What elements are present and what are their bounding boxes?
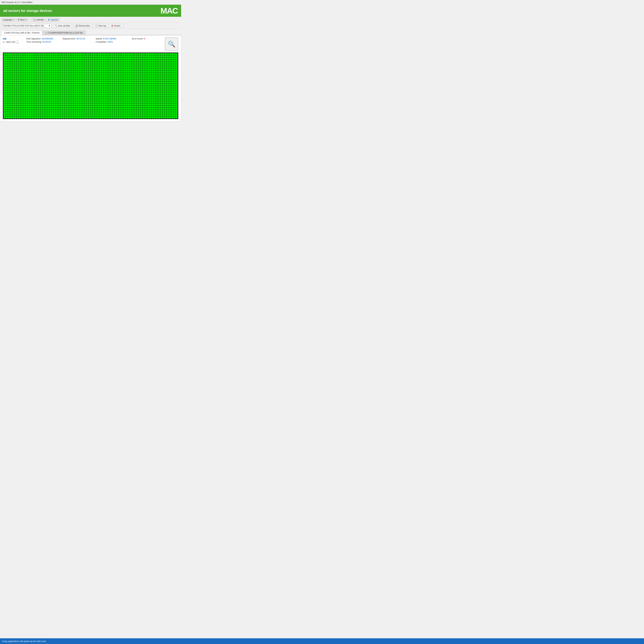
sector-cell — [121, 62, 123, 64]
sector-cell — [4, 68, 6, 70]
sector-cell — [123, 86, 125, 88]
sector-cell — [130, 114, 132, 116]
sector-cell — [158, 77, 160, 79]
magnifier-button[interactable]: 🔍 — [165, 37, 178, 51]
sector-cell — [86, 55, 88, 57]
sector-cell — [25, 103, 27, 105]
sector-cell — [54, 71, 56, 73]
reload-disks-button[interactable]: 🔄 Reload disks — [73, 24, 92, 28]
sector-cell — [17, 75, 19, 77]
sector-cell — [6, 108, 8, 110]
sector-cell — [65, 62, 67, 64]
sector-cell — [147, 60, 149, 62]
sector-cell — [45, 68, 47, 70]
sector-cell — [8, 55, 10, 57]
sector-cell — [23, 90, 25, 92]
sector-cell — [36, 68, 38, 70]
sector-cell — [71, 75, 73, 77]
sector-cell — [158, 110, 160, 112]
sector-cell — [143, 75, 145, 77]
sector-cell — [67, 79, 69, 81]
sector-cell — [117, 105, 119, 108]
sector-cell — [80, 79, 82, 81]
sector-cell — [125, 92, 127, 94]
sector-cell — [75, 55, 77, 57]
sector-cell — [30, 64, 32, 66]
sector-cell — [8, 86, 10, 88]
sector-cell — [28, 116, 30, 118]
sector-cell — [169, 75, 171, 77]
sector-cell — [165, 99, 167, 101]
sector-cell — [158, 101, 160, 103]
scan-all-button[interactable]: 🔍 Scan all disks — [53, 24, 72, 28]
sector-cell — [60, 66, 62, 68]
sector-cell — [115, 84, 117, 86]
elapsed-row: Elapsed time: 00:51:26 — [63, 37, 92, 40]
sector-cell — [58, 112, 60, 114]
sector-cell — [71, 82, 73, 84]
sector-cell — [47, 82, 49, 84]
sector-cell — [62, 103, 64, 105]
sector-cell — [30, 105, 32, 108]
sector-cell — [47, 90, 49, 92]
sector-cell — [156, 97, 158, 99]
sector-cell — [134, 75, 136, 77]
sector-cell — [84, 58, 86, 60]
upgrade-button[interactable]: ⬆ Upgrade — [46, 18, 60, 22]
sector-cell — [25, 114, 27, 116]
sector-cell — [47, 53, 49, 55]
sector-cell — [119, 84, 121, 86]
sector-cell — [152, 73, 154, 75]
more-button[interactable]: ☰ More ▼ — [16, 18, 28, 22]
sector-cell — [119, 86, 121, 88]
sector-cell — [23, 116, 25, 118]
tab-disk2[interactable]: 1. CT2000P2SSD8 NVMe bus (1.819 TB) — [43, 31, 85, 35]
sector-cell — [139, 53, 141, 55]
sector-cell — [132, 60, 134, 62]
tab-disk1[interactable]: CA050 SATA Bus (465.8 GB) : Finished — [1, 31, 42, 35]
remaining-value: 00:00:00 — [42, 41, 51, 43]
sector-cell — [97, 95, 99, 97]
shutdown-button[interactable]: ⏻ Shutdo... — [109, 24, 124, 28]
sector-cell — [43, 60, 45, 62]
sector-cell — [97, 55, 99, 57]
sector-cell — [36, 58, 38, 60]
sector-cell — [4, 114, 6, 116]
sector-cell — [104, 116, 106, 118]
sector-cell — [149, 114, 151, 116]
sector-cell — [123, 110, 125, 112]
sector-cell — [45, 55, 47, 57]
sector-cell — [165, 71, 167, 73]
disk-dropdown[interactable]: TOSHIBA DT01ACA050 SATA Bus (465.8 GB) ▼ — [1, 24, 52, 28]
sector-cell — [112, 103, 114, 105]
sector-cell — [51, 53, 53, 55]
sector-cell — [128, 60, 130, 62]
sector-cell — [19, 84, 21, 86]
sector-cell — [101, 62, 103, 64]
sector-cell — [165, 114, 167, 116]
language-button[interactable]: Language ▼ — [1, 18, 15, 22]
sector-cell — [163, 71, 165, 73]
sector-cell — [89, 53, 91, 55]
sector-cell — [169, 71, 171, 73]
sector-cell — [78, 73, 80, 75]
sector-cell — [43, 66, 45, 68]
sector-cell — [34, 84, 36, 86]
sector-cell — [21, 92, 23, 94]
sector-cell — [28, 99, 30, 101]
sector-cell — [14, 108, 16, 110]
activate-button[interactable]: 🔍 Activate! — [31, 18, 46, 22]
sector-cell — [75, 68, 77, 70]
sector-cell — [132, 112, 134, 114]
sector-cell — [176, 116, 178, 118]
save-log-button[interactable]: 📋 Save log — [93, 24, 108, 28]
sector-cell — [14, 101, 16, 103]
sector-cell — [136, 105, 138, 108]
sector-cell — [10, 73, 12, 75]
sector-cell — [158, 75, 160, 77]
sector-cell — [4, 103, 6, 105]
size-details-button[interactable]: ... — [15, 41, 19, 43]
sector-cell — [154, 77, 156, 79]
sector-cell — [104, 53, 106, 55]
sector-cell — [130, 66, 132, 68]
